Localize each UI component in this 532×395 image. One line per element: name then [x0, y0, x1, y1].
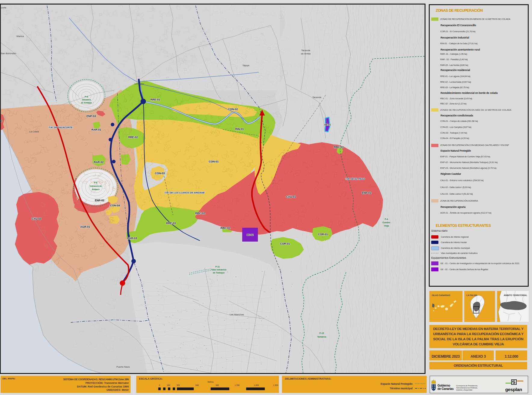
svg-text:Puerto Naos: Puerto Naos: [116, 366, 130, 368]
svg-text:COR-01: COR-01: [280, 242, 290, 245]
svg-text:Tacande: Tacande: [301, 49, 311, 52]
svg-text:Tajuya: Tajuya: [242, 64, 249, 67]
svg-text:Volcanes: Volcanes: [82, 99, 91, 101]
svg-text:Cumbre: Cumbre: [382, 221, 391, 224]
svg-text:RBC-02: RBC-02: [221, 227, 230, 230]
svg-text:CON-03: CON-03: [155, 172, 165, 175]
svg-text:de Arriba: de Arriba: [301, 52, 311, 55]
svg-text:Gobierno: Gobierno: [438, 384, 450, 387]
svg-text:P-6: P-6: [94, 182, 97, 184]
svg-text:de Todoque: de Todoque: [213, 272, 224, 274]
svg-text:RAR-02: RAR-02: [94, 161, 104, 164]
svg-text:CON-02: CON-02: [228, 108, 238, 111]
svg-text:RBC-01: RBC-01: [334, 146, 344, 149]
svg-text:gesplan: gesplan: [505, 387, 522, 392]
svg-text:CAU-03: CAU-03: [32, 217, 42, 220]
svg-text:Vieja: Vieja: [384, 225, 389, 227]
svg-text:T.M. DE EL PASO: T.M. DE EL PASO: [345, 177, 365, 180]
svg-text:Justicia y Seguridad: Justicia y Seguridad: [456, 389, 472, 391]
svg-text:RAR-01: RAR-01: [91, 128, 101, 131]
svg-text:Marina: Marina: [17, 35, 24, 38]
svg-text:CAU-01: CAU-01: [286, 195, 296, 198]
svg-text:Volcanes de: Volcanes de: [90, 185, 102, 187]
svg-text:RRE-03: RRE-03: [166, 222, 176, 225]
svg-text:La Laguna: La Laguna: [135, 83, 144, 85]
svg-text:P-11: P-11: [215, 266, 220, 268]
svg-text:EE-01: EE-01: [325, 123, 331, 126]
svg-text:de Aridane: de Aridane: [81, 102, 92, 104]
svg-text:Aridane: Aridane: [92, 188, 100, 190]
svg-text:de Canarias: de Canarias: [438, 387, 454, 390]
svg-text:corte: corte: [1, 6, 6, 9]
svg-text:CON-01: CON-01: [209, 160, 218, 163]
svg-text:RRE-01: RRE-01: [150, 98, 160, 101]
svg-text:La Costa: La Costa: [29, 130, 39, 133]
svg-text:T.M. DE TAZACORTE: T.M. DE TAZACORTE: [48, 126, 73, 129]
svg-text:Administraciones Públicas,: Administraciones Públicas,: [456, 387, 478, 389]
svg-text:CON-04: CON-04: [110, 204, 120, 207]
svg-text:P-4: P-4: [385, 218, 388, 220]
svg-text:Tamanca: Tamanca: [317, 336, 326, 338]
svg-text:Tacande: Tacande: [312, 96, 322, 99]
svg-text:RIN-01: RIN-01: [235, 128, 244, 131]
svg-text:COR-01: COR-01: [318, 233, 328, 236]
svg-text:P-6: P-6: [85, 96, 88, 98]
svg-text:T.M. DE LOS LLANOS DE ARIDANE: T.M. DE LOS LLANOS DE ARIDANE: [164, 191, 205, 194]
svg-text:EE-02: EE-02: [247, 233, 254, 236]
svg-text:ENP-01: ENP-01: [362, 191, 371, 194]
svg-text:Tubo volcánico: Tubo volcánico: [211, 269, 227, 271]
svg-text:AGR-01: AGR-01: [80, 225, 90, 228]
svg-text:ENP-02: ENP-02: [95, 199, 104, 202]
svg-text:RAR-03: RAR-03: [127, 237, 137, 240]
svg-text:P-15: P-15: [320, 332, 324, 334]
svg-text:RBC-02: RBC-02: [195, 212, 205, 215]
svg-text:RRE-02: RRE-02: [128, 136, 138, 139]
svg-text:ÁMBITO TERRITORIAL: ÁMBITO TERRITORIAL: [504, 294, 527, 297]
svg-text:Consejería de Presidencia,: Consejería de Presidencia,: [456, 385, 478, 387]
svg-text:ISLAS CANARIAS: ISLAS CANARIAS: [432, 294, 450, 297]
svg-text:ENP-03: ENP-03: [86, 115, 96, 118]
svg-text:San Borondón: San Borondón: [1, 52, 16, 55]
svg-text:Las Manchas: Las Manchas: [230, 313, 244, 316]
